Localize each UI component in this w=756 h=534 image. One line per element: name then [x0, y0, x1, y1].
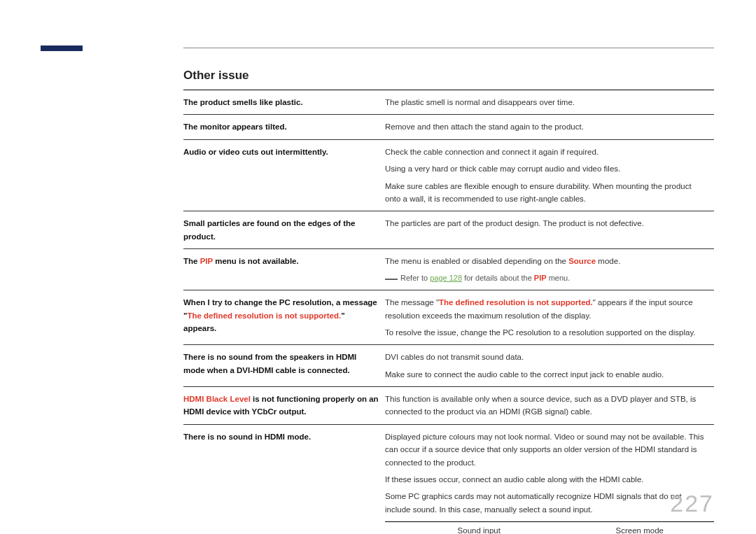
solution-cell: The menu is enabled or disabled dependin… — [385, 249, 714, 290]
page-number: 227 — [670, 490, 714, 517]
solution-cell: The message "The defined resolution is n… — [385, 290, 714, 345]
issue-cell: The monitor appears tilted. — [183, 115, 385, 139]
solution-cell: The plastic smell is normal and disappea… — [385, 90, 714, 115]
solution-cell: Displayed picture colours may not look n… — [385, 424, 714, 521]
section-heading: Other issue — [183, 69, 714, 83]
table-row: There is no sound from the speakers in H… — [183, 345, 714, 387]
issue-cell: There is no sound in HDMI mode. — [183, 424, 385, 521]
table-row: The monitor appears tilted.Remove and th… — [183, 115, 714, 139]
mini-header-cell: Screen mode — [610, 522, 714, 534]
issue-cell: HDMI Black Level is not functioning prop… — [183, 387, 385, 425]
table-row: The PIP menu is not available.The menu i… — [183, 249, 714, 290]
solution-cell: Check the cable connection and connect i… — [385, 139, 714, 211]
issue-cell: There is no sound from the speakers in H… — [183, 345, 385, 387]
table-row: The product smells like plastic.The plas… — [183, 90, 714, 115]
table-row: There is no sound in HDMI mode.Displayed… — [183, 424, 714, 521]
troubleshooting-table: The product smells like plastic.The plas… — [183, 90, 714, 521]
mini-header-cell — [385, 522, 452, 534]
top-divider — [183, 48, 714, 48]
issue-cell: Small particles are found on the edges o… — [183, 211, 385, 249]
issue-cell: The PIP menu is not available. — [183, 249, 385, 290]
page-content: Other issue The product smells like plas… — [183, 69, 714, 534]
sound-input-table: Sound inputScreen modePCAutoPC settingsD… — [385, 521, 714, 534]
table-row: Small particles are found on the edges o… — [183, 211, 714, 249]
issue-cell: The product smells like plastic. — [183, 90, 385, 115]
table-row: Audio or video cuts out intermittently.C… — [183, 139, 714, 211]
issue-cell: Audio or video cuts out intermittently. — [183, 139, 385, 211]
accent-bar — [41, 45, 83, 51]
table-row: When I try to change the PC resolution, … — [183, 290, 714, 345]
solution-cell: The particles are part of the product de… — [385, 211, 714, 249]
solution-cell: This function is available only when a s… — [385, 387, 714, 425]
table-row: HDMI Black Level is not functioning prop… — [183, 387, 714, 425]
solution-cell: DVI cables do not transmit sound data.Ma… — [385, 345, 714, 387]
issue-cell: When I try to change the PC resolution, … — [183, 290, 385, 345]
solution-cell: Remove and then attach the stand again t… — [385, 115, 714, 139]
page-link[interactable]: page 128 — [430, 274, 462, 282]
mini-header-cell: Sound input — [452, 522, 610, 534]
